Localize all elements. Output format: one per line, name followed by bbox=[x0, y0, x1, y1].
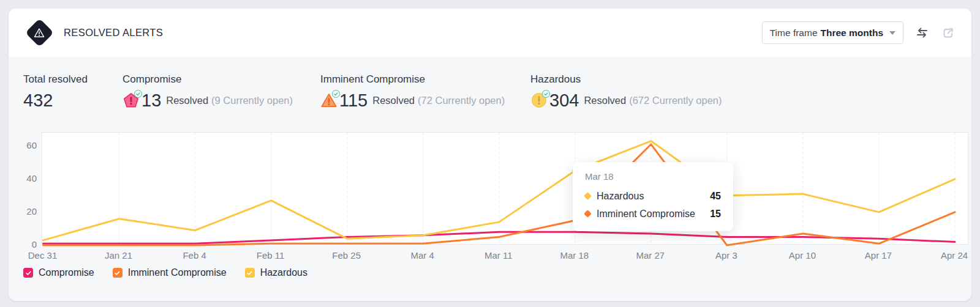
y-tick-label: 60 bbox=[9, 140, 37, 150]
line-chart[interactable]: 0204060 Dec 31Jan 21Feb 4Feb 11Feb 25Mar… bbox=[9, 132, 971, 262]
chart-canvas bbox=[42, 133, 969, 245]
timeframe-dropdown[interactable]: Time frame Three months bbox=[762, 21, 903, 44]
x-tick-label: Apr 10 bbox=[775, 250, 830, 261]
stats-row: Total resolved 432 Compromise bbox=[9, 57, 971, 111]
y-tick-label: 0 bbox=[9, 239, 37, 250]
y-tick-label: 40 bbox=[9, 173, 37, 183]
legend-item-compromise[interactable]: Compromise bbox=[23, 267, 94, 278]
stat-compromise: Compromise 13 Resolved (9 C bbox=[123, 73, 320, 111]
timeframe-label: Time frame bbox=[770, 28, 818, 39]
card-header: RESOLVED ALERTS Time frame Three months bbox=[9, 9, 971, 57]
tooltip-series-label: Hazardous bbox=[597, 191, 710, 202]
card-body: Total resolved 432 Compromise bbox=[9, 57, 971, 278]
x-tick-label: Feb 11 bbox=[243, 250, 298, 261]
currently-open-note: (72 Currently open) bbox=[418, 95, 505, 106]
stat-total-resolved: Total resolved 432 bbox=[23, 73, 123, 111]
legend-label: Hazardous bbox=[260, 267, 307, 278]
tooltip-row: Imminent Compromise 15 bbox=[585, 205, 721, 223]
x-tick-label: Feb 25 bbox=[319, 250, 374, 261]
hazardous-circle-icon bbox=[530, 92, 548, 109]
hazardous-diamond-icon bbox=[584, 192, 592, 200]
currently-open-note: (672 Currently open) bbox=[629, 95, 722, 106]
x-tick-label: Mar 4 bbox=[395, 250, 450, 261]
export-share-icon bbox=[942, 27, 954, 39]
resolved-label: Resolved bbox=[372, 95, 415, 106]
x-tick-label: Jan 21 bbox=[91, 250, 146, 261]
stat-label: Hazardous bbox=[530, 73, 722, 86]
x-tick-label: Mar 11 bbox=[471, 250, 526, 261]
stat-imminent-compromise: Imminent Compromise 115 Resolved bbox=[320, 73, 530, 111]
timeframe-value: Three months bbox=[821, 28, 883, 39]
chevron-down-icon bbox=[889, 31, 895, 35]
compromise-resolved-value: 13 bbox=[141, 90, 161, 111]
tooltip-date: Mar 18 bbox=[585, 171, 721, 182]
plot-area[interactable] bbox=[42, 132, 968, 245]
legend-label: Imminent Compromise bbox=[128, 267, 227, 278]
tooltip-series-value: 15 bbox=[710, 209, 721, 220]
check-badge-icon bbox=[134, 90, 142, 98]
stat-label: Imminent Compromise bbox=[320, 73, 530, 86]
x-tick-label: Mar 18 bbox=[547, 250, 602, 261]
tooltip-series-value: 45 bbox=[710, 191, 721, 202]
x-tick-label: Apr 17 bbox=[851, 250, 906, 261]
compromise-checkbox[interactable] bbox=[23, 268, 33, 278]
refresh-swap-button[interactable] bbox=[914, 26, 930, 40]
legend-label: Compromise bbox=[39, 267, 94, 278]
legend-item-imminent-compromise[interactable]: Imminent Compromise bbox=[113, 267, 227, 278]
currently-open-note: (9 Currently open) bbox=[211, 95, 293, 106]
legend-item-hazardous[interactable]: Hazardous bbox=[245, 267, 307, 278]
resolved-label: Resolved bbox=[584, 95, 626, 106]
alert-diamond-icon bbox=[24, 18, 54, 48]
imminent-diamond-icon bbox=[584, 210, 592, 218]
check-badge-icon bbox=[542, 90, 550, 98]
stat-label: Compromise bbox=[123, 73, 320, 86]
stat-hazardous: Hazardous 304 Resolved (672 bbox=[530, 73, 722, 111]
imminent-compromise-checkbox[interactable] bbox=[113, 268, 123, 278]
x-tick-label: Apr 24 bbox=[927, 250, 971, 261]
resolved-label: Resolved bbox=[166, 95, 208, 106]
x-tick-label: Apr 3 bbox=[699, 250, 754, 261]
resolved-alerts-card: RESOLVED ALERTS Time frame Three months bbox=[9, 9, 971, 301]
x-tick-label: Mar 27 bbox=[623, 250, 678, 261]
warning-triangle-icon bbox=[33, 28, 45, 39]
chart-legend: Compromise Imminent Compromise Hazardous bbox=[9, 262, 971, 278]
compromise-pentagon-icon bbox=[123, 92, 140, 109]
total-resolved-value: 432 bbox=[23, 90, 53, 111]
chart-tooltip: Mar 18 Hazardous 45 Imminent Compromise … bbox=[573, 162, 733, 231]
tooltip-series-label: Imminent Compromise bbox=[597, 209, 710, 220]
stat-label: Total resolved bbox=[23, 73, 123, 86]
x-tick-label: Feb 4 bbox=[167, 250, 222, 261]
hazardous-resolved-value: 304 bbox=[549, 90, 579, 111]
page-title: RESOLVED ALERTS bbox=[64, 27, 163, 39]
check-badge-icon bbox=[332, 90, 340, 98]
x-tick-label: Dec 31 bbox=[15, 250, 70, 261]
hazardous-checkbox[interactable] bbox=[245, 268, 255, 278]
imminent-triangle-icon bbox=[320, 92, 337, 109]
swap-arrows-icon bbox=[916, 27, 929, 39]
y-tick-label: 20 bbox=[9, 206, 37, 216]
imminent-resolved-value: 115 bbox=[339, 90, 368, 111]
export-button[interactable] bbox=[941, 26, 956, 40]
tooltip-row: Hazardous 45 bbox=[585, 187, 721, 205]
